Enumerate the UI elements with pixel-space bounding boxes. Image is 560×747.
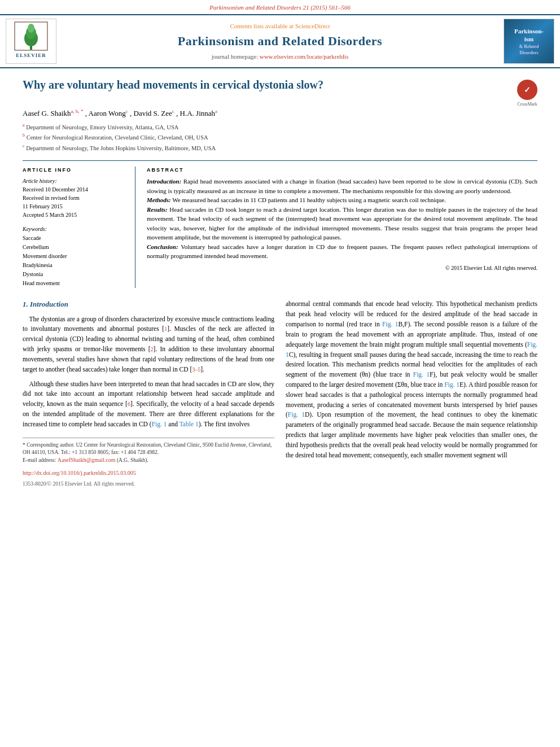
body-right-column: abnormal central commands that encode he… xyxy=(286,299,537,488)
body-content: 1. Introduction The dystonias are a grou… xyxy=(23,299,537,488)
introduction-text: The dystonias are a group of disorders c… xyxy=(23,314,274,430)
top-citation: Parkinsonism and Related Disorders 21 (2… xyxy=(0,0,560,14)
article-info-abstract: ARTICLE INFO Article history: Received 1… xyxy=(23,160,537,289)
email-link[interactable]: AasefShaikh@gmail.com xyxy=(58,457,116,463)
authors-line: Aasef G. Shaikha, b, * , Aaron Wongc , D… xyxy=(23,108,537,119)
journal-logo-right: Parkinson- ism & Related Disorders xyxy=(504,19,554,64)
elsevier-tree-icon xyxy=(14,21,48,51)
article-history: Article history: Received 10 December 20… xyxy=(23,177,127,219)
body-left-column: 1. Introduction The dystonias are a grou… xyxy=(23,299,274,488)
footnote-email: E-mail address: AasefShaikh@gmail.com (A… xyxy=(23,456,274,464)
crossmark-icon: ✓ xyxy=(517,80,537,100)
issn-footer: 1353-8020/© 2015 Elsevier Ltd. All right… xyxy=(23,480,274,488)
article-info-label: ARTICLE INFO xyxy=(23,167,127,174)
introduction-heading: 1. Introduction xyxy=(23,299,274,309)
crossmark-badge: ✓ CrossMark xyxy=(517,80,537,107)
keywords-section: Keywords: Saccade Cerebellum Movement di… xyxy=(23,225,127,288)
abstract-copyright: © 2015 Elsevier Ltd. All rights reserved… xyxy=(147,264,537,272)
abstract-text: Introduction: Rapid head movements assoc… xyxy=(147,177,537,261)
homepage-link[interactable]: www.elsevier.com/locate/parkreldis xyxy=(260,53,349,60)
right-column-text: abnormal central commands that encode he… xyxy=(286,299,537,460)
journal-title: Parkinsonism and Related Disorders xyxy=(61,33,499,50)
footnote-section: * Corresponding author. U2 Center for Ne… xyxy=(23,438,274,488)
svg-text:✓: ✓ xyxy=(524,85,531,94)
footnote-star: * Corresponding author. U2 Center for Ne… xyxy=(23,442,274,457)
elsevier-logo-left: ELSEVIER xyxy=(6,19,56,64)
affil-b: b Center for Neurological Restoration, C… xyxy=(23,132,537,142)
elsevier-text: ELSEVIER xyxy=(16,52,46,59)
journal-homepage: journal homepage: www.elsevier.com/locat… xyxy=(61,53,499,61)
main-content: Why are voluntary head movements in cerv… xyxy=(0,68,560,499)
journal-header: ELSEVIER Contents lists available at Sci… xyxy=(0,14,560,68)
article-info-panel: ARTICLE INFO Article history: Received 1… xyxy=(23,167,135,289)
affil-c: c Department of Neurology, The Johns Hop… xyxy=(23,143,537,152)
doi-link[interactable]: http://dx.doi.org/10.1016/j.parkreldis.2… xyxy=(23,470,136,476)
citation-text: Parkinsonism and Related Disorders 21 (2… xyxy=(209,4,351,11)
science-direct-label: Contents lists available at ScienceDirec… xyxy=(61,22,499,30)
article-title: Why are voluntary head movements in cerv… xyxy=(23,77,323,92)
journal-header-center: Contents lists available at ScienceDirec… xyxy=(61,22,499,62)
affiliations: a Department of Neurology, Emory Univers… xyxy=(23,122,537,152)
svg-point-3 xyxy=(28,24,34,33)
abstract-label: ABSTRACT xyxy=(147,167,537,174)
affil-a: a Department of Neurology, Emory Univers… xyxy=(23,122,537,132)
abstract-section: ABSTRACT Introduction: Rapid head moveme… xyxy=(147,167,537,289)
